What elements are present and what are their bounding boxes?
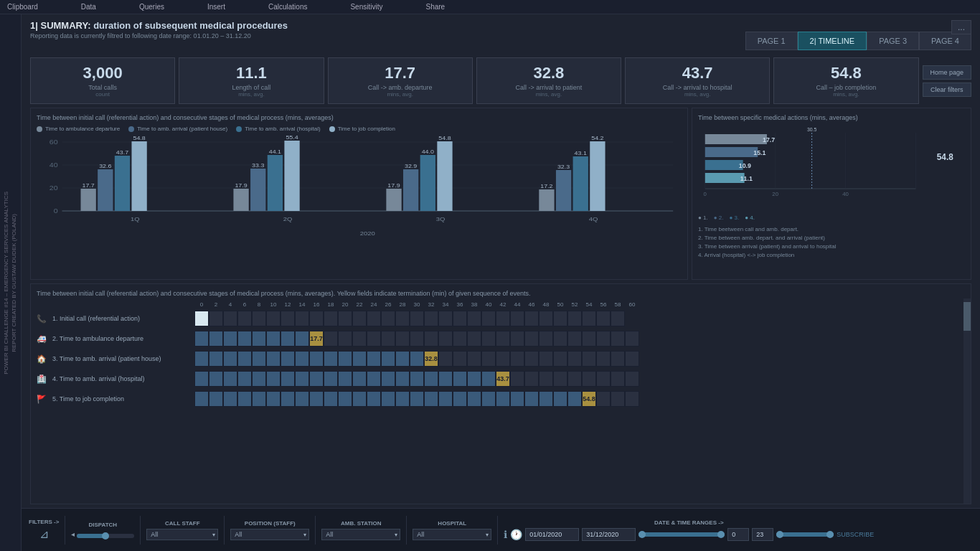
divider-4 xyxy=(315,516,316,545)
svg-text:33.3: 33.3 xyxy=(252,163,265,169)
svg-text:40: 40 xyxy=(842,191,849,197)
legend-item-3: Time to amb. arrival (hospital) xyxy=(236,126,321,132)
timeline-bars-5: 54.8 xyxy=(194,391,965,407)
tab-page1[interactable]: PAGE 1 xyxy=(745,32,798,50)
tl-e xyxy=(510,311,524,326)
filter-funnel-icon[interactable]: ⊿ xyxy=(39,527,49,541)
tl-e xyxy=(481,311,496,326)
tl-cell-tl-row-3-22 xyxy=(510,351,524,367)
tl-cell-tl-row-3-20 xyxy=(481,351,496,367)
time-slider[interactable] xyxy=(776,532,834,537)
amb-station-dropdown[interactable]: All xyxy=(321,529,400,540)
right-chart-title: Time between specific medical actions (m… xyxy=(698,114,965,121)
svg-text:32.3: 32.3 xyxy=(557,164,570,170)
tl-cell-tl-row-3-11 xyxy=(352,351,367,367)
tick-4: 4 xyxy=(223,301,237,308)
tl-cell-tl-row-4-30 xyxy=(625,371,639,387)
tl-cell-tl-row-3-25 xyxy=(553,351,567,367)
tl-cell-tl-row-5-19 xyxy=(467,391,481,407)
toolbar-share[interactable]: Share xyxy=(425,3,445,11)
top-toolbar: Clipboard Data Queries Insert Calculatio… xyxy=(0,0,980,14)
clock-icon-btn[interactable]: 🕐 xyxy=(510,529,522,540)
position-staff-dropdown[interactable]: All xyxy=(230,529,309,540)
chart-legend: Time to ambulance departure Time to amb.… xyxy=(37,126,682,132)
tl-cell-tl-row-3-5 xyxy=(266,351,281,367)
tl-cell-tl-row-2-9 xyxy=(324,331,338,347)
dispatch-controls: ◂ xyxy=(71,530,134,538)
tl-cell-tl-row-4-14 xyxy=(395,371,410,387)
time-slider-fill xyxy=(776,532,834,537)
date-slider-thumb-right[interactable] xyxy=(717,531,725,538)
subscribe-button[interactable]: SUBSCRIBE xyxy=(837,531,874,538)
svg-text:10.9: 10.9 xyxy=(739,162,751,169)
timeline-bars-4: 43.7 xyxy=(194,371,965,387)
tl-cell-tl-row-5-2 xyxy=(223,391,237,407)
hospital-dropdown-wrap: All xyxy=(413,529,491,540)
dispatch-arrow[interactable]: ◂ xyxy=(71,530,75,538)
call-staff-filter: CALL STAFF All xyxy=(146,520,218,540)
timeline-scrollbar[interactable] xyxy=(963,298,971,504)
right-bar-chart-panel: Time between specific medical actions (m… xyxy=(692,108,971,280)
svg-rect-33 xyxy=(437,141,452,211)
svg-text:40: 40 xyxy=(50,161,58,169)
divider-2 xyxy=(140,516,141,545)
timeline-panel: Time between initial call (referential a… xyxy=(30,283,971,504)
phone-icon: 📞 xyxy=(37,314,48,324)
left-bar-chart-panel: Time between initial call (referential a… xyxy=(30,108,688,280)
kpi-value-total-calls: 3,000 xyxy=(38,64,167,83)
tl-cell-1-8 xyxy=(295,311,309,326)
tab-page3[interactable]: PAGE 3 xyxy=(867,32,919,50)
time-to-input[interactable] xyxy=(752,528,773,541)
date-to-input[interactable] xyxy=(582,528,636,541)
tl-e xyxy=(596,311,611,326)
amb-station-filter: AMB. STATION All xyxy=(321,520,400,540)
kpi-amb-departure: 17.7 Call -> amb. departure mins, avg. xyxy=(328,57,473,104)
kpi-sub-total-calls: count xyxy=(38,91,167,98)
home-page-button[interactable]: Home page xyxy=(923,65,972,80)
tick-34: 34 xyxy=(438,301,453,308)
tl-cell-1-4 xyxy=(237,311,252,326)
kpi-job-completion: 54.8 Call – job completion mins, avg. xyxy=(773,57,918,104)
info-icon-btn[interactable]: ℹ xyxy=(504,529,507,540)
toolbar-queries[interactable]: Queries xyxy=(139,3,164,11)
desc-1: 1. Time beetween call and amb. depart. xyxy=(698,225,965,234)
scrollbar-thumb[interactable] xyxy=(963,302,971,331)
toolbar-calculations[interactable]: Calculations xyxy=(268,3,307,11)
toolbar-sensitivity[interactable]: Sensitivity xyxy=(350,3,382,11)
date-slider[interactable] xyxy=(639,532,725,537)
tick-10: 10 xyxy=(266,301,281,308)
toolbar-data[interactable]: Data xyxy=(81,3,96,11)
tl-cell-1-9 xyxy=(309,311,324,326)
tl-cell-tl-row-2-24 xyxy=(539,331,553,347)
clear-filters-button[interactable]: Clear filters xyxy=(923,83,972,97)
tl-e xyxy=(539,311,553,326)
tl-cell-tl-row-5-8 xyxy=(309,391,324,407)
hospital-dropdown[interactable]: All xyxy=(413,529,491,540)
tick-20: 20 xyxy=(338,301,352,308)
tl-cell-tl-row-5-7 xyxy=(295,391,309,407)
tl-cell-tl-row-5-17 xyxy=(438,391,453,407)
legend-dot-r1: ● 1. xyxy=(698,215,708,221)
legend-item-2: Time to amb. arrival (patient house) xyxy=(128,126,227,132)
tab-page2-timeline[interactable]: 2| TIMELINE xyxy=(798,32,867,50)
date-slider-thumb-left[interactable] xyxy=(639,531,646,538)
time-slider-thumb-l[interactable] xyxy=(776,531,783,538)
tl-cell-tl-row-2-3 xyxy=(237,331,252,347)
tl-cell-tl-row-4-18 xyxy=(453,371,467,387)
toolbar-clipboard[interactable]: Clipboard xyxy=(7,3,38,11)
time-slider-thumb-r[interactable] xyxy=(826,531,834,538)
time-from-input[interactable] xyxy=(727,528,749,541)
three-dots-menu[interactable]: ... xyxy=(951,20,971,34)
dispatch-slider[interactable] xyxy=(77,534,134,538)
legend-dot-1 xyxy=(37,126,42,132)
toolbar-insert[interactable]: Insert xyxy=(207,3,225,11)
tl-cell-tl-row-3-1 xyxy=(209,351,223,367)
kpi-value-amb-departure: 17.7 xyxy=(336,64,465,83)
svg-rect-58 xyxy=(705,160,743,170)
call-staff-dropdown[interactable]: All xyxy=(146,529,218,540)
date-from-input[interactable] xyxy=(525,528,579,541)
tl-cell-tl-row-4-26 xyxy=(567,371,582,387)
kpi-label-amb-departure: Call -> amb. departure xyxy=(336,84,465,91)
dispatch-slider-thumb[interactable] xyxy=(102,532,109,540)
svg-text:32.6: 32.6 xyxy=(99,164,112,169)
